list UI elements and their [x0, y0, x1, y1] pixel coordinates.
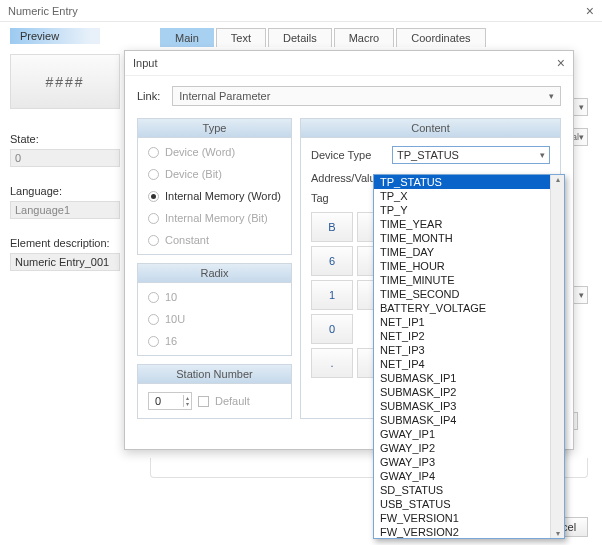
dropdown-item[interactable]: TIME_SECOND: [374, 287, 550, 301]
scroll-up-icon[interactable]: ▴: [551, 175, 564, 184]
preview-hash: ####: [45, 74, 84, 90]
tab-macro[interactable]: Macro: [334, 28, 395, 47]
modal-close-icon[interactable]: ×: [557, 55, 565, 71]
radio-device-bit: Device (Bit): [148, 168, 281, 180]
spin-down-icon[interactable]: ▾: [183, 401, 191, 407]
dropdown-item[interactable]: NET_IP3: [374, 343, 550, 357]
dropdown-item[interactable]: GWAY_IP2: [374, 441, 550, 455]
link-select[interactable]: Internal Parameter ▾: [172, 86, 561, 106]
chevron-down-icon: ▾: [579, 132, 584, 142]
radix-head: Radix: [138, 264, 291, 283]
station-panel: Station Number 0 ▴▾ Default: [137, 364, 292, 419]
modal-titlebar: Input ×: [125, 51, 573, 76]
content-head: Content: [301, 119, 560, 138]
dropdown-item[interactable]: SUBMASK_IP3: [374, 399, 550, 413]
dropdown-item[interactable]: TIME_HOUR: [374, 259, 550, 273]
device-type-select[interactable]: TP_STATUS ▾: [392, 146, 550, 164]
station-head: Station Number: [138, 365, 291, 384]
station-value: 0: [155, 395, 161, 407]
tab-coordinates[interactable]: Coordinates: [396, 28, 485, 47]
dropdown-item[interactable]: GWAY_IP3: [374, 455, 550, 469]
preview-label: Preview: [10, 28, 100, 44]
tab-main[interactable]: Main: [160, 28, 214, 47]
default-label: Default: [215, 395, 250, 407]
description-label: Element description:: [10, 237, 130, 249]
window-title: Numeric Entry: [8, 5, 78, 17]
dropdown-item[interactable]: FW_VERSION1: [374, 511, 550, 525]
dropdown-item[interactable]: GWAY_IP1: [374, 427, 550, 441]
radix-panel: Radix 10 10U 16: [137, 263, 292, 356]
dropdown-item[interactable]: NET_IP1: [374, 315, 550, 329]
key-6[interactable]: 6: [311, 246, 353, 276]
dropdown-item[interactable]: SUBMASK_IP4: [374, 413, 550, 427]
chevron-down-icon: ▾: [579, 102, 584, 112]
preview-box: ####: [10, 54, 120, 109]
device-type-dropdown[interactable]: TP_STATUSTP_XTP_YTIME_YEARTIME_MONTHTIME…: [373, 174, 565, 539]
type-panel: Type Device (Word) Device (Bit) Internal…: [137, 118, 292, 255]
dropdown-item[interactable]: BATTERY_VOLTAGE: [374, 301, 550, 315]
chevron-down-icon: ▾: [549, 91, 554, 101]
dropdown-item[interactable]: SUBMASK_IP2: [374, 385, 550, 399]
station-spinner[interactable]: 0 ▴▾: [148, 392, 192, 410]
language-label: Language:: [10, 185, 130, 197]
dropdown-item[interactable]: GWAY_IP4: [374, 469, 550, 483]
dropdown-item[interactable]: TP_Y: [374, 203, 550, 217]
radio-10: 10: [148, 291, 281, 303]
radio-memory-bit: Internal Memory (Bit): [148, 212, 281, 224]
window-titlebar: Numeric Entry ×: [0, 0, 602, 22]
device-type-label: Device Type: [311, 149, 386, 161]
description-value[interactable]: Numeric Entry_001: [10, 253, 120, 271]
dropdown-item[interactable]: TP_X: [374, 189, 550, 203]
tab-details[interactable]: Details: [268, 28, 332, 47]
device-type-value: TP_STATUS: [397, 149, 459, 161]
radio-16: 16: [148, 335, 281, 347]
dropdown-item[interactable]: TIME_DAY: [374, 245, 550, 259]
key-0[interactable]: 0: [311, 314, 353, 344]
language-value[interactable]: Language1: [10, 201, 120, 219]
tab-text[interactable]: Text: [216, 28, 266, 47]
chevron-down-icon: ▾: [579, 290, 584, 300]
tab-bar: Main Text Details Macro Coordinates: [160, 28, 592, 47]
dropdown-item[interactable]: NET_IP2: [374, 329, 550, 343]
radio-memory-word[interactable]: Internal Memory (Word): [148, 190, 281, 202]
scrollbar[interactable]: ▴ ▾: [550, 175, 564, 538]
link-label: Link:: [137, 90, 160, 102]
dropdown-item[interactable]: NET_IP4: [374, 357, 550, 371]
default-checkbox[interactable]: [198, 396, 209, 407]
chevron-down-icon: ▾: [540, 150, 545, 160]
dropdown-item[interactable]: FW_VERSION2: [374, 525, 550, 538]
modal-title: Input: [133, 57, 157, 69]
scroll-down-icon[interactable]: ▾: [551, 529, 564, 538]
dropdown-item[interactable]: TP_STATUS: [374, 175, 550, 189]
key-dot[interactable]: .: [311, 348, 353, 378]
type-head: Type: [138, 119, 291, 138]
dropdown-item[interactable]: USB_STATUS: [374, 497, 550, 511]
dropdown-item[interactable]: SD_STATUS: [374, 483, 550, 497]
state-value[interactable]: 0: [10, 149, 120, 167]
dropdown-item[interactable]: TIME_MONTH: [374, 231, 550, 245]
key-1[interactable]: 1: [311, 280, 353, 310]
radio-constant: Constant: [148, 234, 281, 246]
radio-10u: 10U: [148, 313, 281, 325]
dropdown-item[interactable]: TIME_YEAR: [374, 217, 550, 231]
dropdown-item[interactable]: TIME_MINUTE: [374, 273, 550, 287]
radio-device-word: Device (Word): [148, 146, 281, 158]
link-value: Internal Parameter: [179, 90, 270, 102]
key-b[interactable]: B: [311, 212, 353, 242]
state-label: State:: [10, 133, 130, 145]
dropdown-item[interactable]: SUBMASK_IP1: [374, 371, 550, 385]
close-icon[interactable]: ×: [586, 3, 594, 19]
